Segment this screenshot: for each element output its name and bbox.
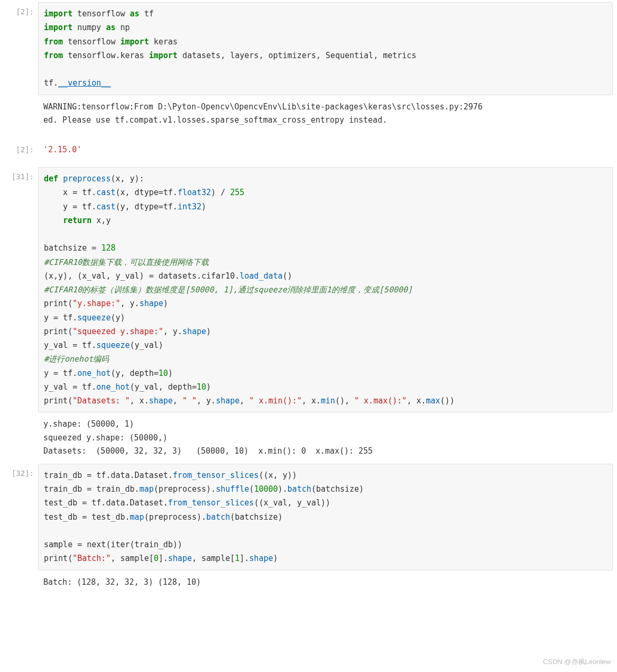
code-cell: [32]: train_db = tf.data.Dataset.from_te… <box>0 464 617 570</box>
stdout-output: y.shape: (50000, 1) squeezed y.shape: (5… <box>38 415 613 462</box>
output-cell: y.shape: (50000, 1) squeezed y.shape: (5… <box>0 415 617 462</box>
output-prompt <box>4 415 38 420</box>
code-cell: [2]: import tensorflow as tf import nump… <box>0 2 617 95</box>
code-input[interactable]: train_db = tf.data.Dataset.from_tensor_s… <box>38 464 613 570</box>
result-output: '2.15.0' <box>38 140 613 160</box>
output-cell: [2]: '2.15.0' <box>0 140 617 160</box>
code-input[interactable]: def preprocess(x, y): x = tf.cast(x, dty… <box>38 167 613 412</box>
stdout-output: Batch: (128, 32, 32, 3) (128, 10) <box>38 573 613 593</box>
stdout-output: WARNING:tensorflow:From D:\Pyton-Opencv\… <box>38 97 613 131</box>
input-prompt: [32]: <box>4 464 38 477</box>
output-prompt <box>4 97 38 103</box>
input-prompt: [31]: <box>4 167 38 181</box>
input-prompt: [2]: <box>4 2 38 16</box>
output-prompt: [2]: <box>4 140 38 154</box>
output-cell: WARNING:tensorflow:From D:\Pyton-Opencv\… <box>0 97 617 131</box>
output-prompt <box>4 573 38 578</box>
output-cell: Batch: (128, 32, 32, 3) (128, 10) <box>0 573 617 593</box>
code-cell: [31]: def preprocess(x, y): x = tf.cast(… <box>0 167 617 412</box>
code-input[interactable]: import tensorflow as tf import numpy as … <box>38 2 613 95</box>
